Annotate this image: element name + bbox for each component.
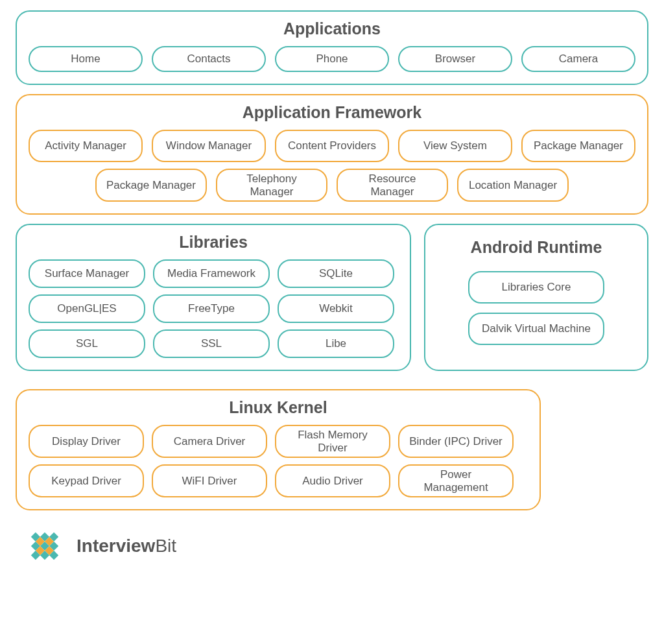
- item-flash-memory-driver: Flash Memory Driver: [275, 425, 390, 458]
- item-resource-manager: Resource Manager: [337, 169, 448, 202]
- kernel-row-2: Keypad Driver WiFI Driver Audio Driver P…: [29, 464, 528, 497]
- item-surface-manager: Surface Manager: [29, 259, 145, 288]
- item-phone: Phone: [275, 46, 389, 72]
- item-audio-driver: Audio Driver: [275, 464, 390, 497]
- item-view-system: View System: [398, 130, 512, 162]
- layer-title-libraries: Libraries: [29, 233, 398, 252]
- item-home: Home: [29, 46, 143, 72]
- item-display-driver: Display Driver: [29, 425, 144, 458]
- logo-text: InterviewBit: [77, 536, 176, 556]
- item-location-manager: Location Manager: [457, 169, 569, 202]
- item-wifi-driver: WiFI Driver: [152, 464, 267, 497]
- item-package-manager-2: Package Manager: [95, 169, 207, 202]
- item-libe: Libe: [278, 329, 394, 358]
- item-contacts: Contacts: [152, 46, 266, 72]
- item-binder-ipc-driver: Binder (IPC) Driver: [398, 425, 514, 458]
- item-media-framework: Media Framework: [153, 259, 270, 288]
- item-camera: Camera: [521, 46, 635, 72]
- framework-row-2: Package Manager Telephony Manager Resour…: [29, 169, 635, 202]
- item-sgl: SGL: [29, 329, 145, 358]
- item-activity-manager: Activity Manager: [29, 130, 143, 162]
- logo: InterviewBit: [29, 523, 648, 569]
- item-telephony-manager: Telephony Manager: [216, 169, 327, 202]
- item-freetype: FreeType: [153, 294, 270, 323]
- layer-runtime: Android Runtime Libraries Core Dalvik Vi…: [424, 224, 648, 371]
- kernel-row-1: Display Driver Camera Driver Flash Memor…: [29, 425, 528, 458]
- item-camera-driver: Camera Driver: [152, 425, 267, 458]
- item-sqlite: SQLite: [278, 259, 394, 288]
- item-webkit: Webkit: [278, 294, 394, 323]
- layer-framework: Application Framework Activity Manager W…: [16, 94, 648, 215]
- item-keypad-driver: Keypad Driver: [29, 464, 144, 497]
- item-content-providers: Content Providers: [275, 130, 389, 162]
- libraries-row-2: OpenGL|ES FreeType Webkit: [29, 294, 398, 323]
- layer-title-framework: Application Framework: [29, 103, 635, 122]
- layer-title-runtime: Android Runtime: [437, 238, 635, 257]
- layer-applications: Applications Home Contacts Phone Browser…: [16, 10, 648, 85]
- libraries-row-1: Surface Manager Media Framework SQLite: [29, 259, 398, 288]
- item-opengl-es: OpenGL|ES: [29, 294, 145, 323]
- layer-title-applications: Applications: [29, 19, 635, 38]
- item-dalvik-vm: Dalvik Virtual Machine: [468, 313, 604, 345]
- layer-kernel: Linux Kernel Display Driver Camera Drive…: [16, 389, 541, 510]
- item-package-manager: Package Manager: [521, 130, 635, 162]
- item-power-management: Power Management: [398, 464, 514, 497]
- item-browser: Browser: [398, 46, 512, 72]
- libraries-row-3: SGL SSL Libe: [29, 329, 398, 358]
- libraries-runtime-row: Libraries Surface Manager Media Framewor…: [16, 224, 648, 380]
- item-ssl: SSL: [153, 329, 270, 358]
- layer-libraries: Libraries Surface Manager Media Framewor…: [16, 224, 411, 371]
- item-libraries-core: Libraries Core: [468, 271, 604, 304]
- framework-row-1: Activity Manager Window Manager Content …: [29, 130, 635, 162]
- applications-row: Home Contacts Phone Browser Camera: [29, 46, 635, 72]
- item-window-manager: Window Manager: [152, 130, 266, 162]
- logo-icon: [22, 523, 68, 569]
- layer-title-kernel: Linux Kernel: [29, 398, 528, 417]
